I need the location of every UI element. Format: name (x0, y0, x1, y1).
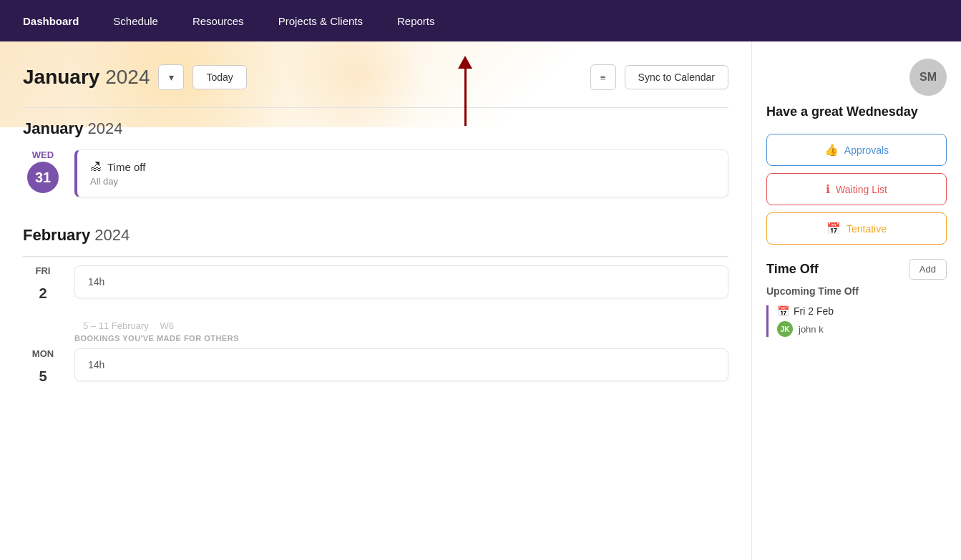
day-number-5: 5 (27, 360, 59, 392)
nav-resources[interactable]: Resources (187, 11, 250, 31)
timeoff-title: Time Off (766, 262, 819, 277)
right-sidebar: SM Have a great Wednesday 👍 Approvals ℹ … (751, 41, 961, 560)
content-area: January 2024 ▾ Today ≡ Sync to Calendar … (0, 41, 751, 560)
february-section: February 2024 Fri 2 14h 5 – 11 February (23, 215, 728, 392)
today-button[interactable]: Today (192, 65, 246, 89)
calendar-question-icon: 📅 (826, 222, 841, 235)
day-label-feb2: Fri 2 (23, 265, 63, 309)
feb-separator (23, 256, 728, 257)
day-name-mon: Mon (23, 348, 63, 359)
thumbs-up-icon: 👍 (824, 143, 839, 157)
chevron-down-icon: ▾ (169, 72, 174, 83)
nav-dashboard[interactable]: Dashboard (17, 11, 84, 31)
user-avatar-jk: JK (777, 321, 793, 337)
filter-button[interactable]: ≡ (590, 64, 616, 90)
day-number-31: 31 (27, 162, 59, 193)
add-timeoff-button[interactable]: Add (909, 259, 947, 280)
day-row-feb2: Fri 2 14h (23, 265, 728, 309)
arrow-annotation (458, 56, 472, 126)
bookings-label: BOOKINGS YOU'VE MADE FOR OTHERS (74, 334, 728, 343)
january-label: January 2024 (23, 119, 728, 138)
nav-schedule[interactable]: Schedule (107, 11, 164, 31)
tentative-button[interactable]: 📅 Tentative (766, 212, 947, 245)
day-row-jan31: Wed 31 🏖 Time off All day (23, 149, 728, 197)
current-month-title: January 2024 (23, 66, 150, 89)
upcoming-label: Upcoming Time Off (766, 285, 947, 297)
user-name: john k (799, 324, 824, 335)
feb5-event-card[interactable]: 14h (74, 348, 728, 381)
day-row-feb5: Mon 5 14h (23, 348, 728, 392)
main-layout: January 2024 ▾ Today ≡ Sync to Calendar … (0, 41, 961, 560)
header-row: January 2024 ▾ Today ≡ Sync to Calendar (23, 41, 728, 107)
user-avatar: SM (909, 59, 947, 96)
beach-icon: 🏖 (90, 160, 102, 173)
day-number-2: 2 (27, 277, 59, 309)
arrow-head (458, 56, 472, 69)
avatar-row: SM (766, 59, 947, 96)
event-hours-14h: 14h (88, 276, 715, 288)
top-navigation: Dashboard Schedule Resources Projects & … (0, 0, 961, 41)
week-range-label: 5 – 11 February W6 (74, 320, 728, 331)
timeoff-section-header: Time Off Add (766, 259, 947, 280)
day-name-wed: Wed (23, 149, 63, 160)
february-label: February 2024 (23, 226, 728, 245)
day-label-feb5: Mon 5 (23, 348, 63, 392)
waiting-list-button[interactable]: ℹ Waiting List (766, 173, 947, 205)
nav-projects-clients[interactable]: Projects & Clients (273, 11, 369, 31)
january-section: January 2024 Wed 31 🏖 Time off All day (23, 108, 728, 197)
event-title-timeoff: 🏖 Time off (90, 160, 715, 173)
approvals-button[interactable]: 👍 Approvals (766, 134, 947, 166)
nav-reports[interactable]: Reports (391, 11, 441, 31)
feb2-event-card[interactable]: 14h (74, 265, 728, 298)
filter-icon: ≡ (600, 72, 606, 83)
content-inner: January 2024 ▾ Today ≡ Sync to Calendar … (0, 41, 751, 392)
timeoff-date: 📅 Fri 2 Feb (777, 305, 947, 317)
timeoff-event-card[interactable]: 🏖 Time off All day (74, 149, 728, 197)
timeoff-user: JK john k (777, 321, 947, 337)
greeting-text: Have a great Wednesday (766, 104, 947, 119)
day-label-jan31: Wed 31 (23, 149, 63, 193)
arrow-shaft (464, 69, 467, 126)
month-dropdown-button[interactable]: ▾ (158, 64, 184, 90)
sync-to-calendar-button[interactable]: Sync to Calendar (625, 65, 728, 89)
event-time-allday: All day (90, 176, 715, 187)
calendar-icon: 📅 (777, 305, 789, 317)
day-name-fri: Fri (23, 265, 63, 276)
event-hours-14h-mon: 14h (88, 359, 715, 370)
timeoff-entry: 📅 Fri 2 Feb JK john k (766, 305, 947, 337)
info-circle-icon: ℹ (826, 182, 830, 196)
